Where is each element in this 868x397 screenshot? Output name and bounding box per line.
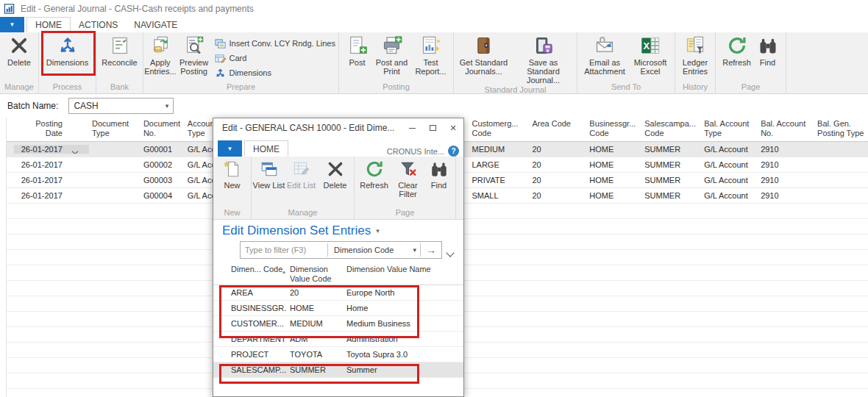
card-button[interactable]: Card	[215, 51, 335, 65]
prepare-small-buttons: Insert Conv. LCY Rndg. Lines Card Dimens…	[210, 34, 338, 80]
column-header-salescampaign-code[interactable]: Salescampa... Code	[641, 118, 701, 138]
maximize-button[interactable]	[422, 119, 443, 137]
view-list-icon	[260, 160, 279, 179]
dimension-row[interactable]: CUSTOMER... MEDIUM Medium Business	[213, 316, 463, 332]
preview-posting-button[interactable]: Preview Posting	[177, 34, 211, 76]
ledger-entries-icon	[685, 35, 705, 56]
help-icon[interactable]: ?	[448, 146, 459, 157]
ribbon-group-bank: Reconcile Bank	[96, 32, 143, 93]
column-header-dimension-value-name[interactable]: Dimension Value Name	[344, 263, 463, 274]
column-header-dimension-code[interactable]: Dimen... Code ▴	[228, 263, 287, 274]
column-header-bal-account-type[interactable]: Bal. Account Type	[701, 118, 758, 138]
filter-row: Dimension Code ▾ →	[240, 241, 463, 259]
column-header-document-type[interactable]: Document Type	[89, 118, 140, 138]
dimension-row[interactable]: AREA 20 Europe North	[213, 285, 463, 301]
edit-dimension-set-entries-dialog: Edit - GENERAL CASH 10000 - Edit Dime...…	[213, 118, 464, 397]
minimize-button[interactable]	[402, 119, 422, 137]
save-standard-journal-icon	[533, 35, 554, 56]
dialog-titlebar: Edit - GENERAL CASH 10000 - Edit Dime...…	[213, 118, 463, 137]
post-print-icon	[382, 35, 402, 56]
dimensions-icon	[215, 68, 226, 79]
save-as-standard-journal-button[interactable]: Save as Standard Journal...	[512, 34, 575, 85]
dialog-app-menu-button[interactable]: ▼	[218, 140, 242, 157]
clear-filter-icon	[399, 160, 418, 179]
column-header-customergroup-code[interactable]: Customerg... Code	[469, 118, 529, 138]
insert-lines-icon	[215, 38, 226, 49]
column-header-businessgroup-code[interactable]: Businessgr... Code	[586, 118, 641, 138]
batch-name-combobox[interactable]: CASH ▾	[68, 98, 174, 114]
main-tabstrip: ▼ HOME ACTIONS NAVIGATE	[0, 17, 868, 32]
microsoft-excel-button[interactable]: X Microsoft Excel	[629, 34, 672, 76]
apply-filter-button[interactable]: →	[421, 244, 441, 256]
dimensions-small-button[interactable]: Dimensions	[215, 65, 335, 80]
dimension-row[interactable]: DEPARTMENT ADM Administration	[213, 332, 463, 347]
column-header-area-code[interactable]: Area Code	[529, 118, 586, 129]
dialog-tab-home[interactable]: HOME	[244, 140, 288, 157]
filter-box: Dimension Code ▾ →	[240, 241, 442, 259]
view-list-button[interactable]: View List	[253, 158, 285, 190]
column-header-bal-gen-posting-type[interactable]: Bal. Gen. Posting Type	[814, 118, 868, 138]
arrow-right-icon: →	[426, 244, 436, 256]
filter-input[interactable]	[241, 243, 327, 257]
refresh-button[interactable]: Refresh	[720, 34, 754, 67]
company-indicator: CRONUS Inte... ?	[387, 146, 463, 157]
dimensions-button[interactable]: Dimensions	[46, 34, 88, 67]
test-report-button[interactable]: Test Report...	[411, 34, 451, 76]
column-header-posting-date[interactable]: Posting Date	[14, 118, 89, 138]
batch-name-label: Batch Name:	[7, 101, 58, 111]
refresh-icon	[727, 35, 747, 56]
ribbon-group-manage: Delete Manage	[0, 32, 39, 93]
column-header-dimension-value-code[interactable]: Dimension Value Code	[287, 263, 344, 284]
chevron-down-icon[interactable]: ▾	[376, 227, 380, 235]
new-button[interactable]: New	[223, 158, 242, 190]
tab-actions[interactable]: ACTIONS	[71, 17, 126, 32]
ledger-entries-button[interactable]: Ledger Entries	[677, 34, 713, 76]
ribbon-group-page: Refresh Find Page	[716, 32, 786, 93]
post-button[interactable]: Post	[342, 34, 373, 67]
insert-conv-lcy-rndg-lines-button[interactable]: Insert Conv. LCY Rndg. Lines	[215, 36, 335, 51]
column-header-document-no[interactable]: Document No.	[140, 118, 185, 138]
apply-entries-button[interactable]: Apply Entries...	[143, 34, 177, 76]
date-dropdown-icon[interactable]	[72, 149, 78, 154]
find-icon	[758, 35, 778, 56]
ribbon-group-standard-journal: Get Standard Journals... Save as Standar…	[454, 32, 577, 93]
tab-home[interactable]: HOME	[26, 17, 71, 32]
app-menu-button[interactable]: ▼	[0, 17, 24, 32]
dialog-refresh-button[interactable]: Refresh	[357, 158, 392, 190]
posting-date-cell[interactable]: 26-01-2017	[14, 145, 89, 154]
delete-button[interactable]: Delete	[7, 34, 31, 67]
ribbon-group-history: Ledger Entries History	[675, 32, 716, 93]
chevron-down-icon	[446, 248, 454, 257]
dimension-row-selected[interactable]: SALESCAMP... SUMMER Summer	[213, 362, 463, 378]
get-standard-journals-icon	[474, 35, 494, 56]
post-and-print-button[interactable]: Post and Print	[373, 34, 411, 76]
app-chart-icon	[4, 4, 15, 14]
close-button[interactable]: ✕	[443, 119, 463, 137]
find-button[interactable]: Find	[754, 34, 782, 67]
svg-text:X: X	[643, 40, 650, 51]
column-header-bal-account-no[interactable]: Bal. Account No.	[758, 118, 814, 138]
dialog-find-button[interactable]: Find	[424, 158, 454, 190]
dialog-title: Edit - GENERAL CASH 10000 - Edit Dime...	[222, 123, 402, 133]
dimension-row[interactable]: BUSINESSGR... HOME Home	[213, 301, 463, 316]
get-standard-journals-button[interactable]: Get Standard Journals...	[456, 34, 512, 76]
delete-icon	[9, 35, 29, 56]
filter-column-selector[interactable]: Dimension Code ▾	[328, 246, 420, 254]
reconcile-icon	[110, 35, 130, 56]
collapse-filter-button[interactable]	[447, 246, 453, 259]
minimize-icon	[409, 128, 416, 129]
clear-filter-button[interactable]: Clear Filter	[392, 158, 424, 198]
dialog-ribbon: New New View List Edit List Delete	[213, 157, 463, 220]
email-as-attachment-button[interactable]: Email as Attachment	[580, 34, 629, 76]
dialog-delete-button[interactable]: Delete	[318, 158, 353, 190]
new-icon	[223, 160, 242, 179]
dimension-table: Dimen... Code ▴ Dimension Value Code Dim…	[213, 263, 463, 378]
dimension-row[interactable]: PROJECT TOYOTA Toyota Supra 3.0	[213, 347, 463, 362]
reconcile-button[interactable]: Reconcile	[102, 34, 137, 67]
test-report-icon	[421, 35, 441, 56]
dialog-tabstrip: ▼ HOME CRONUS Inte... ?	[213, 137, 463, 157]
batch-name-row: Batch Name: CASH ▾	[0, 94, 868, 118]
chevron-down-icon: ▼	[227, 146, 233, 152]
tab-navigate[interactable]: NAVIGATE	[126, 17, 185, 32]
ribbon-group-prepare: Apply Entries... Preview Posting Insert …	[143, 32, 339, 93]
